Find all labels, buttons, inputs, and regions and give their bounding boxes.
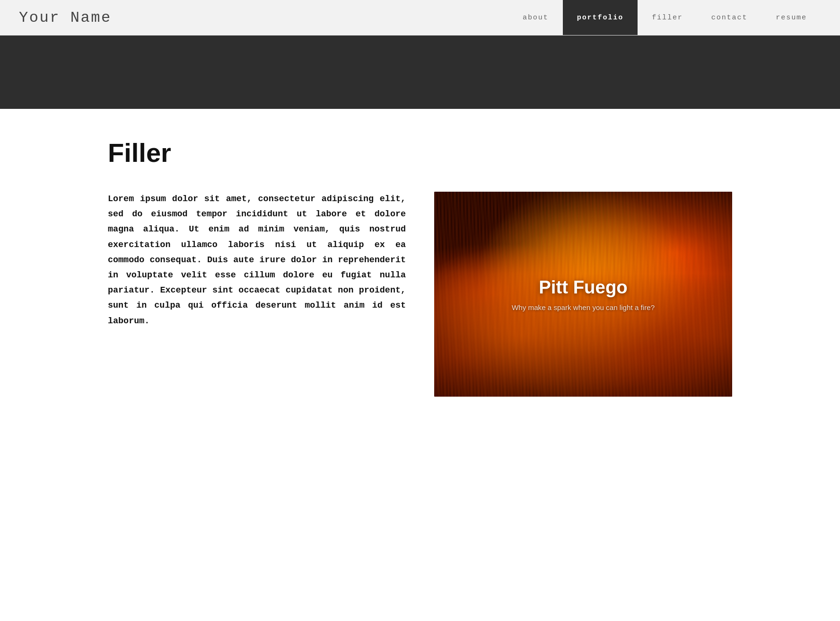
nav-resume[interactable]: resume — [761, 0, 821, 35]
navbar: Your Name about portfolio filler contact… — [0, 0, 840, 35]
nav-about[interactable]: about — [508, 0, 563, 35]
page-title: Filler — [108, 137, 732, 168]
lorem-text: Lorem ipsum dolor sit amet, consectetur … — [108, 192, 406, 329]
nav-filler[interactable]: filler — [638, 0, 697, 35]
main-content: Filler Lorem ipsum dolor sit amet, conse… — [89, 109, 751, 435]
fire-card-subtitle: Why make a spark when you can light a fi… — [512, 303, 655, 311]
fire-card[interactable]: Pitt Fuego Why make a spark when you can… — [434, 192, 732, 397]
fire-card-title: Pitt Fuego — [539, 277, 628, 298]
hero-band — [0, 35, 840, 109]
nav-links: about portfolio filler contact resume — [508, 0, 821, 35]
nav-portfolio[interactable]: portfolio — [563, 0, 638, 35]
site-logo[interactable]: Your Name — [19, 9, 112, 27]
nav-contact[interactable]: contact — [697, 0, 762, 35]
content-grid: Lorem ipsum dolor sit amet, consectetur … — [108, 192, 732, 397]
fire-content: Pitt Fuego Why make a spark when you can… — [434, 192, 732, 397]
